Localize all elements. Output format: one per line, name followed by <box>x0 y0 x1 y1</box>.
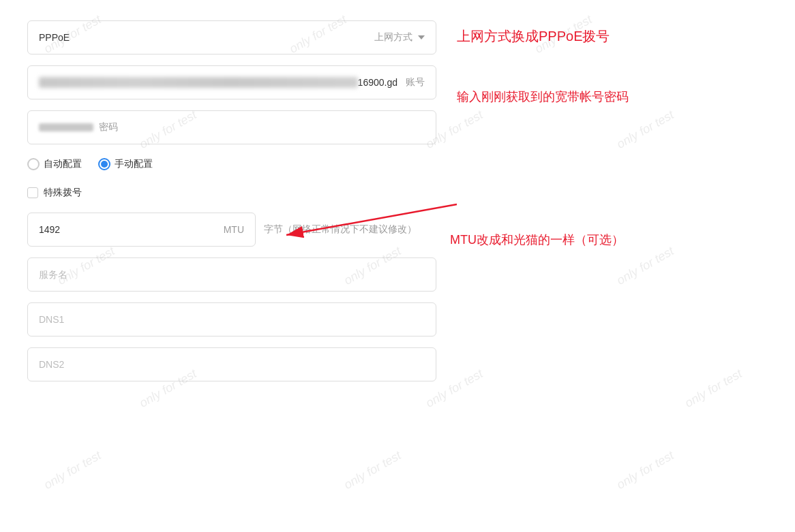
account-label: 账号 <box>406 76 425 89</box>
dns2-input[interactable] <box>39 359 425 370</box>
dns1-input[interactable] <box>39 314 425 325</box>
service-name-input[interactable] <box>39 269 425 280</box>
annotation-bottom-text: MTU改成和光猫的一样（可选） <box>450 233 624 247</box>
password-field[interactable]: 密码 <box>27 110 436 144</box>
password-label: 密码 <box>99 121 118 134</box>
chevron-down-icon <box>418 35 425 40</box>
arrow-svg <box>252 191 457 245</box>
manual-config-label: 手动配置 <box>115 158 153 170</box>
mtu-label: MTU <box>224 224 244 235</box>
manual-config-radio-inner <box>101 161 108 168</box>
auto-config-label: 自动配置 <box>44 158 82 170</box>
auto-config-radio-outer <box>27 158 40 170</box>
account-blurred <box>39 77 358 88</box>
annotation-mid: 输入刚刚获取到的宽带帐号密码 <box>457 89 629 105</box>
connection-type-right: 上网方式 <box>374 31 425 44</box>
connection-type-value: PPPoE <box>39 32 374 43</box>
connection-type-select[interactable]: PPPoE 上网方式 <box>27 20 436 54</box>
annotation-bottom-container: MTU改成和光猫的一样（可选） <box>450 232 624 248</box>
connection-type-label: 上网方式 <box>374 31 412 44</box>
account-suffix: 16900.gd <box>358 77 397 88</box>
annotation-top: 上网方式换成PPPoE拨号 <box>457 27 610 46</box>
svg-line-1 <box>286 204 457 235</box>
dns2-field[interactable] <box>27 347 436 381</box>
annotation-top-text: 上网方式换成PPPoE拨号 <box>457 29 610 44</box>
config-mode-row: 自动配置 手动配置 <box>27 155 436 173</box>
annotation-section: 上网方式换成PPPoE拨号 输入刚刚获取到的宽带帐号密码 MTU改成和光猫的一样… <box>436 20 768 381</box>
mtu-input[interactable] <box>39 224 218 235</box>
auto-config-radio[interactable]: 自动配置 <box>27 158 82 170</box>
mtu-input-box[interactable]: MTU <box>27 213 256 247</box>
password-blurred <box>39 123 93 131</box>
manual-config-radio[interactable]: 手动配置 <box>98 158 153 170</box>
special-dial-checkbox[interactable] <box>27 187 38 198</box>
service-name-field[interactable] <box>27 257 436 292</box>
annotation-mid-text: 输入刚刚获取到的宽带帐号密码 <box>457 90 629 104</box>
manual-config-radio-outer <box>98 158 110 170</box>
dns1-field[interactable] <box>27 302 436 337</box>
special-dial-label: 特殊拨号 <box>44 187 82 199</box>
account-field[interactable]: 16900.gd 账号 <box>27 65 436 99</box>
